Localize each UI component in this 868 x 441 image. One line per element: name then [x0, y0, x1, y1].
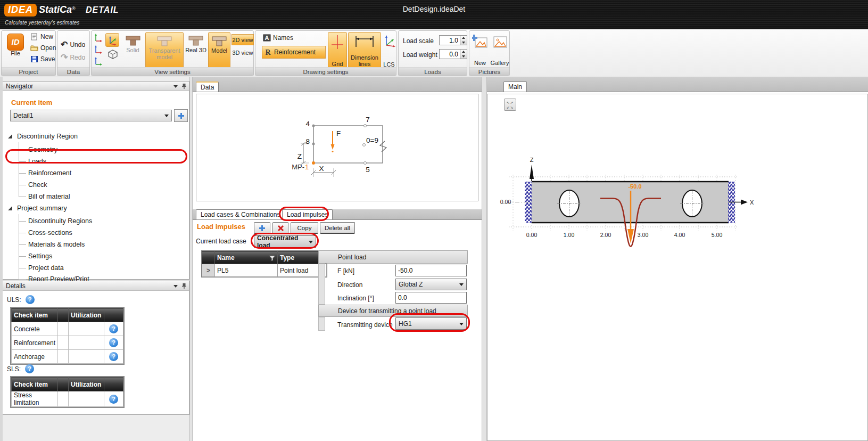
tick-label: 3.00: [638, 232, 649, 238]
tree-item-bill-of-material[interactable]: Bill of material: [28, 193, 70, 200]
tree-item-check[interactable]: Check: [28, 181, 47, 189]
uls-label: ULS:: [7, 296, 21, 304]
tick-label: 2.00: [600, 232, 611, 238]
table-row[interactable]: > PL5 Point load: [202, 264, 327, 277]
tick-label: 5.00: [712, 232, 723, 238]
delete-all-button[interactable]: Delete all: [320, 222, 355, 234]
tab-data[interactable]: Data: [196, 81, 219, 92]
main-tabstrip: [487, 77, 868, 92]
main-viewport[interactable]: ↖↗ ↙↘: [487, 94, 868, 441]
tree-item-cross-sections[interactable]: Cross-sections: [28, 229, 72, 236]
current-item-combo[interactable]: Detail1: [10, 110, 172, 121]
tree-item-discontinuity-regions[interactable]: Discontinuity Regions: [28, 217, 92, 225]
tree-item-project-summary[interactable]: Project summary: [8, 205, 67, 212]
model-view-button[interactable]: Model: [208, 32, 230, 70]
delete-load-button[interactable]: [272, 222, 288, 234]
expander-icon[interactable]: [8, 206, 12, 210]
picture-gallery-button[interactable]: Gallery: [490, 32, 509, 67]
tree-item-project-data[interactable]: Project data: [28, 264, 64, 272]
new-button[interactable]: New: [30, 33, 53, 40]
inclination-input[interactable]: [395, 292, 467, 304]
row-help-icon[interactable]: ?: [109, 352, 118, 361]
lcs-toggle[interactable]: LCS: [382, 32, 396, 70]
geometry-canvas[interactable]: 4 7 8 0=9 5 MP- 1 F Z X: [196, 94, 478, 201]
names-toggle[interactable]: A Names: [263, 34, 293, 42]
tab-main[interactable]: Main: [503, 81, 527, 92]
table-row[interactable]: Concrete ?: [12, 322, 123, 336]
plus-icon: [178, 112, 185, 119]
current-item-label: Current item: [11, 99, 52, 107]
row-help-icon[interactable]: ?: [109, 338, 118, 347]
load-weight-input[interactable]: [439, 49, 460, 59]
axis-yz-icon[interactable]: [94, 56, 103, 66]
idea-logo: IDEA: [4, 4, 37, 17]
load-scale-input[interactable]: [439, 35, 460, 45]
expander-icon[interactable]: [8, 134, 12, 138]
expand-arrows-icon: ↖↗: [505, 100, 516, 105]
load-scale-spin-buttons[interactable]: [460, 35, 467, 45]
picture-new-button[interactable]: New: [470, 32, 490, 67]
ribbon-group-project: ID File New Open Save Project: [1, 30, 56, 76]
uls-help-icon[interactable]: ?: [26, 295, 35, 304]
tick-label: 0.00: [526, 232, 538, 238]
transparent-model-button[interactable]: Transparent model: [145, 32, 184, 70]
file-button[interactable]: ID File: [4, 32, 27, 66]
table-row[interactable]: Stress limitation ?: [12, 391, 123, 407]
cube-view-icon[interactable]: [108, 49, 118, 60]
f-input[interactable]: [395, 265, 467, 276]
ribbon-group-view: Solid Transparent model Real 3D Model 2D…: [91, 30, 254, 76]
ribbon-group-label-pictures: Pictures: [469, 67, 509, 76]
grid-toggle[interactable]: Grid: [328, 32, 347, 70]
pin-icon[interactable]: [181, 283, 187, 289]
view-2d-button[interactable]: 2D view: [232, 34, 254, 45]
direction-dropdown[interactable]: Global Z: [395, 279, 467, 290]
ribbon-group-label-loads: Loads: [399, 67, 467, 76]
table-row[interactable]: Anchorage ?: [12, 350, 123, 364]
pin-icon[interactable]: [181, 83, 187, 89]
navigator-collapse-icon[interactable]: [173, 85, 178, 88]
axonometry-button[interactable]: [105, 33, 119, 47]
right-splitter[interactable]: [482, 77, 487, 441]
axis-xz-icon[interactable]: [94, 45, 103, 54]
save-floppy-icon: [30, 55, 38, 63]
add-load-button[interactable]: [254, 222, 270, 234]
details-header[interactable]: Details: [3, 281, 189, 291]
tree-item-settings[interactable]: Settings: [28, 252, 52, 260]
add-item-button[interactable]: [174, 109, 188, 122]
load-weight-spin-buttons[interactable]: [460, 49, 467, 59]
view-3d-button[interactable]: 3D view: [232, 47, 254, 58]
table-row[interactable]: Reinforcement ?: [12, 336, 123, 350]
dimension-lines-icon: [353, 34, 376, 49]
dimension-lines-toggle[interactable]: Dimension lines: [348, 32, 381, 70]
row-help-icon[interactable]: ?: [109, 324, 118, 333]
row-help-icon[interactable]: ?: [109, 395, 118, 404]
group-point-load: Point load: [318, 250, 468, 264]
sls-label: SLS:: [7, 365, 21, 373]
sls-help-icon[interactable]: ?: [25, 364, 34, 373]
file-icon: ID: [7, 34, 24, 51]
details-collapse-icon[interactable]: [173, 285, 178, 288]
tab-load-cases[interactable]: Load cases & Combinations: [196, 209, 285, 219]
fit-view-button[interactable]: ↖↗ ↙↘: [504, 99, 516, 111]
axis-xy-icon[interactable]: [94, 33, 103, 43]
plus-icon: [259, 225, 266, 232]
redo-button[interactable]: ↷ Redo: [61, 52, 85, 62]
load-impulses-table: Name Type > PL5 Point load: [201, 250, 327, 277]
real-3d-button[interactable]: Real 3D: [185, 32, 207, 70]
svg-text:A: A: [265, 35, 269, 41]
tree-item-materials-models[interactable]: Materials & models: [28, 241, 85, 248]
reinforcement-toggle[interactable]: R Reinforcement: [262, 46, 326, 59]
open-button[interactable]: Open: [30, 44, 56, 52]
transmitting-device-label: Transmitting device: [337, 321, 393, 329]
undo-button[interactable]: ↶ Undo: [61, 39, 85, 50]
new-document-icon: [30, 33, 38, 40]
save-button[interactable]: Save: [30, 55, 55, 63]
data-column: Data: [193, 77, 482, 441]
tree-item-reinforcement[interactable]: Reinforcement: [28, 169, 71, 177]
navigator-header[interactable]: Navigator: [3, 81, 189, 91]
row-selector: >: [202, 264, 215, 277]
filter-icon[interactable]: [269, 256, 275, 261]
tree-item-discontinuity-region[interactable]: Discontinuity Region: [8, 133, 78, 140]
copy-button[interactable]: Copy: [291, 222, 318, 234]
solid-view-button[interactable]: Solid: [121, 32, 144, 70]
